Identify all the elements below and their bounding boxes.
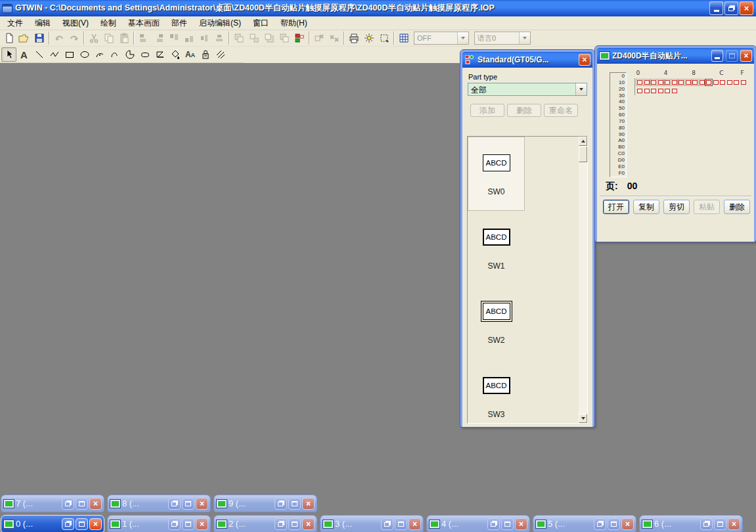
minimized-window-9[interactable]: 9 (...× [213,495,317,512]
maximize-button[interactable] [714,518,726,530]
restore-button[interactable] [168,498,181,510]
capsule-icon[interactable] [137,47,152,62]
menu-draw[interactable]: 绘制 [95,16,122,30]
close-button[interactable]: × [740,1,753,15]
menu-edit[interactable]: 编辑 [29,16,56,30]
screen-thumbnail[interactable] [734,80,739,85]
minimized-window-4[interactable]: 4 (...× [426,515,530,532]
copy-icon[interactable] [101,31,116,45]
hatch-icon[interactable] [213,47,228,62]
restore-button[interactable] [594,518,606,530]
open-screen-button[interactable]: 打开 [603,200,629,214]
stamp-icon[interactable] [198,47,213,62]
grid-display-icon[interactable] [396,31,411,45]
minimized-window-5[interactable]: 5 (...× [533,515,636,532]
align-top-icon[interactable] [166,31,181,45]
align-left-icon[interactable] [136,31,151,45]
part-type-combo[interactable]: 全部 [468,83,587,96]
screen-thumbnail[interactable] [637,89,642,93]
minimized-window-3[interactable]: 3 (...× [320,515,424,532]
arc-icon[interactable] [92,47,107,62]
polyline-icon[interactable] [47,47,62,62]
print-icon[interactable] [346,31,361,45]
minimized-window-8[interactable]: 8 (...× [107,495,211,512]
restore-button[interactable] [381,518,393,530]
rectangle-icon[interactable] [62,47,77,62]
restore-button[interactable] [724,1,738,15]
close-button[interactable]: × [196,518,208,530]
minimized-window-7[interactable]: 7 (...× [1,495,104,512]
part-cell-sw2[interactable]: ABCDSW2 [468,285,525,359]
redo-icon[interactable] [66,31,81,45]
scrollbar-thumb[interactable] [579,146,587,162]
part-type-combo-arrow[interactable] [575,83,587,95]
maximize-button[interactable] [501,518,514,530]
maximize-button[interactable] [76,498,88,510]
cut-icon[interactable] [86,31,101,45]
screen-thumbnail[interactable] [651,80,656,85]
restore-button[interactable] [487,518,500,530]
close-button[interactable]: × [196,498,208,510]
parts-screen-manager-icon[interactable] [292,31,307,45]
screen-close-button[interactable]: × [740,50,752,62]
parts-scrollbar[interactable] [579,137,587,423]
align-right-icon[interactable] [151,31,166,45]
close-button[interactable]: × [409,518,421,530]
standard-parts-titlebar[interactable]: Standard(GT05/G... × [462,52,592,68]
scroll-up-button[interactable] [579,137,587,146]
align-bottom-icon[interactable] [181,31,196,45]
scroll-down-button[interactable] [579,414,587,423]
screen-thumbnail[interactable] [637,80,642,85]
text-list-icon[interactable]: AA [183,47,198,62]
screen-manager-titlebar[interactable]: ZD400D半自动贴片... × [597,48,754,64]
screen-thumbnail[interactable] [651,89,656,93]
minimized-window-1[interactable]: 1 (...× [107,515,211,532]
maximize-button[interactable] [182,498,194,510]
screen-thumbnail[interactable] [713,80,719,85]
close-button[interactable]: × [89,518,102,530]
blink-display-icon[interactable] [361,31,376,45]
menu-file[interactable]: 文件 [1,16,29,30]
maximize-button[interactable] [395,518,407,530]
cut-screen-button[interactable]: 剪切 [663,200,690,214]
language-combo[interactable]: 语言0 [474,32,531,45]
bring-to-front-icon[interactable] [261,31,277,45]
close-button[interactable]: × [302,518,315,530]
screen-minimize-button[interactable] [711,50,723,62]
align-center-horizontal-icon[interactable] [196,31,211,45]
polygon-icon[interactable] [152,47,167,62]
standard-parts-close-button[interactable]: × [579,54,590,66]
ellipse-icon[interactable] [77,47,92,62]
restore-button[interactable] [275,518,287,530]
screen-thumbnail[interactable] [720,80,725,85]
screen-thumbnail[interactable] [686,80,691,85]
text-icon[interactable]: A [16,47,32,62]
menu-base-screen[interactable]: 基本画面 [122,16,166,30]
pointer-icon[interactable] [1,47,16,62]
screen-thumbnail[interactable] [741,80,746,85]
maximize-button[interactable] [608,518,620,530]
part-cell-sw1[interactable]: ABCDSW1 [468,211,525,285]
restore-button[interactable] [62,518,74,530]
restore-button[interactable] [275,498,287,510]
screen-thumbnail[interactable] [678,80,684,85]
restore-button[interactable] [62,498,74,510]
screen-thumbnail[interactable] [672,89,677,93]
delete-screen-button[interactable]: 删除 [724,200,750,214]
open-icon[interactable] [16,31,32,45]
screen-thumbnail[interactable] [700,80,705,85]
pie-icon[interactable] [122,47,137,62]
new-icon[interactable] [1,31,16,45]
screen-thumbnail[interactable] [727,80,732,85]
part-cell-sw0[interactable]: ABCDSW0 [468,137,525,211]
send-to-back-icon[interactable] [277,31,292,45]
maximize-button[interactable] [182,518,194,530]
line-icon[interactable] [32,47,47,62]
screen-thumbnail[interactable] [658,89,663,93]
screen-thumbnail[interactable] [672,80,677,85]
close-button[interactable]: × [515,518,527,530]
close-button[interactable]: × [728,518,740,530]
maximize-button[interactable] [76,518,88,530]
paste-screen-button[interactable]: 粘贴 [694,200,720,214]
ungroup-icon[interactable] [246,31,261,45]
